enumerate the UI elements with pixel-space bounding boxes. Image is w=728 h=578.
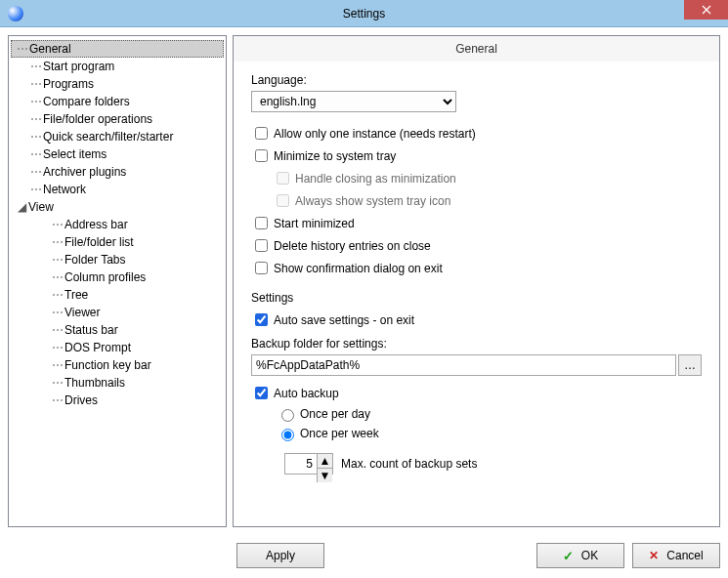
auto-save-checkbox[interactable] [255,313,268,326]
tree-item-label: Status bar [64,323,118,337]
tree-item-label: Tree [64,288,88,302]
spinner-up-button[interactable]: ▲ [317,454,332,469]
tree-item-folder-tabs[interactable]: ⋯Folder Tabs [11,251,224,268]
settings-section-label: Settings [251,291,702,305]
tree-item-programs[interactable]: ⋯Programs [11,75,224,93]
apply-button[interactable]: Apply [236,543,324,568]
footer: Apply ✓OK ✕Cancel [0,535,728,576]
allow-one-instance-checkbox[interactable] [255,127,268,140]
tree-item-general[interactable]: ⋯General [11,40,224,58]
language-select[interactable]: english.lng [251,91,456,112]
window-title: Settings [343,7,385,21]
tree-item-label: Select items [43,147,107,161]
tree-item-label: Compare folders [43,95,130,108]
delete-history-checkbox[interactable] [255,239,268,252]
panel-header: General [234,36,719,62]
handle-closing-checkbox [277,172,289,185]
minimize-tray-checkbox[interactable] [255,149,268,162]
tree-item-compare-folders[interactable]: ⋯Compare folders [11,93,224,110]
once-per-week-radio[interactable] [281,429,294,441]
tree-item-label: Drives [64,393,98,407]
auto-save-label: Auto save settings - on exit [274,313,414,327]
tree-item-column-profiles[interactable]: ⋯Column profiles [11,268,224,286]
auto-backup-checkbox[interactable] [255,387,268,399]
right-panel: General Language: english.lng Allow only… [233,35,720,527]
once-per-week-label: Once per week [300,427,379,440]
app-icon [8,6,23,21]
cancel-button[interactable]: ✕Cancel [632,543,720,568]
ellipsis-icon: … [684,358,696,372]
tree-item-label: General [29,42,71,56]
check-icon: ✓ [563,549,574,563]
max-backup-spinner[interactable]: ▲ ▼ [284,453,333,475]
tree-item-label: Thumbnails [64,376,125,390]
tree-item-tree[interactable]: ⋯Tree [11,286,224,304]
tree-item-start-program[interactable]: ⋯Start program [11,58,224,75]
tree-item-label: Programs [43,77,94,91]
start-minimized-label: Start minimized [274,217,355,230]
tree-item-label: DOS Prompt [64,341,131,354]
tree-item-function-key-bar[interactable]: ⋯Function key bar [11,356,224,374]
tree-item-label: View [28,200,54,214]
tree-item-drives[interactable]: ⋯Drives [11,392,224,409]
close-icon [702,5,711,15]
tree-item-label: Column profiles [64,270,146,284]
tree-item-label: Folder Tabs [64,253,125,267]
auto-backup-label: Auto backup [274,387,339,400]
tree-item-label: Address bar [64,218,128,231]
tree-item-label: File/folder operations [43,112,152,126]
x-icon: ✕ [649,549,659,562]
browse-button[interactable]: … [678,354,702,376]
tree-item-view[interactable]: ◢View [11,198,224,216]
once-per-day-label: Once per day [300,407,370,421]
tree-item-viewer[interactable]: ⋯Viewer [11,304,224,321]
tree-item-label: Viewer [64,306,100,319]
allow-one-instance-label: Allow only one instance (needs restart) [274,127,476,141]
tree-item-quick-search-filter-starter[interactable]: ⋯Quick search/filter/starter [11,128,224,145]
start-minimized-checkbox[interactable] [255,217,268,229]
tree-item-dos-prompt[interactable]: ⋯DOS Prompt [11,339,224,356]
tree-item-network[interactable]: ⋯Network [11,181,224,198]
tree-item-label: Start program [43,60,114,73]
tree-item-label: Archiver plugins [43,165,126,179]
tree-item-label: Network [43,183,86,196]
show-confirm-exit-checkbox[interactable] [255,262,268,274]
always-tray-icon-label: Always show system tray icon [295,194,450,208]
tree-item-status-bar[interactable]: ⋯Status bar [11,321,224,339]
once-per-day-radio[interactable] [281,409,294,422]
close-button[interactable] [684,0,728,20]
tree-item-file-folder-operations[interactable]: ⋯File/folder operations [11,110,224,128]
titlebar: Settings [0,0,728,27]
chevron-up-icon: ▲ [320,454,331,468]
chevron-down-icon: ▼ [320,469,331,482]
show-confirm-exit-label: Show confirmation dialog on exit [274,262,443,275]
backup-path-input[interactable] [251,354,676,376]
minimize-tray-label: Minimize to system tray [274,149,396,163]
settings-tree[interactable]: ⋯General⋯Start program⋯Programs⋯Compare … [8,35,227,527]
max-backup-label: Max. count of backup sets [341,457,477,471]
max-backup-input[interactable] [285,454,317,474]
tree-item-label: File/folder list [64,235,134,249]
handle-closing-label: Handle closing as minimization [295,172,456,186]
backup-folder-label: Backup folder for settings: [251,337,702,351]
tree-item-file-folder-list[interactable]: ⋯File/folder list [11,233,224,251]
delete-history-label: Delete history entries on close [274,239,431,253]
spinner-down-button[interactable]: ▼ [317,469,332,482]
tree-item-select-items[interactable]: ⋯Select items [11,145,224,163]
ok-button[interactable]: ✓OK [536,543,624,568]
tree-item-label: Quick search/filter/starter [43,130,173,144]
tree-item-address-bar[interactable]: ⋯Address bar [11,216,224,233]
tree-item-thumbnails[interactable]: ⋯Thumbnails [11,374,224,392]
tree-collapse-icon[interactable]: ◢ [15,200,28,214]
always-tray-icon-checkbox [277,194,289,207]
tree-item-label: Function key bar [64,358,151,372]
tree-item-archiver-plugins[interactable]: ⋯Archiver plugins [11,163,224,181]
language-label: Language: [251,73,702,87]
